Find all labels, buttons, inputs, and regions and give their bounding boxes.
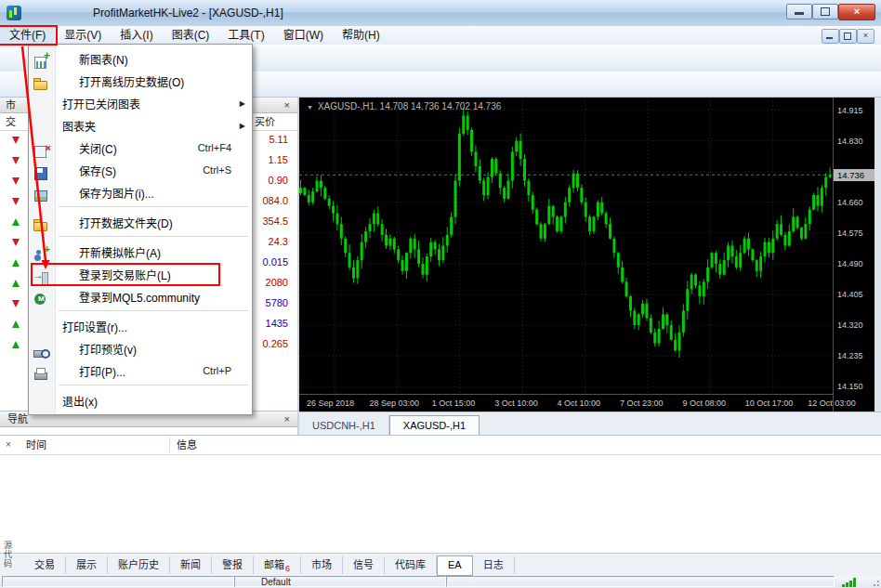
menu-item-label: 打印预览(v) [79,341,137,357]
folder-icon [33,77,50,92]
terminal-tab-代码库[interactable]: 代码库 [385,556,437,574]
price-tick-label: 14.320 [837,320,863,330]
menu-item-shortcut: Ctrl+P [203,365,231,376]
menu-item-help[interactable]: 帮助(H) [333,26,389,45]
menu-item-profiles[interactable]: 图表夹▶ [29,114,252,137]
print-preview-icon [33,345,50,359]
app-logo-icon [7,6,21,20]
chart-tab-usdcnh-h1[interactable]: USDCNH-,H1 [299,416,389,435]
chart-close-button[interactable]: × [857,29,874,44]
window-close-button[interactable]: × [838,4,875,20]
window-title: ProfitMarketHK-Live2 - [XAGUSD-,H1] [93,7,283,20]
submenu-arrow-icon: ▶ [240,122,245,130]
terminal-tab-市场[interactable]: 市场 [301,556,343,574]
current-price-tag: 14.736 [834,169,874,181]
ask-column-header: 买价 [255,113,275,130]
menu-item-window[interactable]: 窗口(W) [274,26,333,45]
terminal-close-icon[interactable]: × [6,436,11,454]
menu-item-new-chart[interactable]: 新图表(N) [29,47,252,70]
ask-price-value: 354.5 [262,216,288,227]
menu-item-login-trade-account[interactable]: 登录到交易账户(L) [29,263,252,285]
chart-tab-xagusd-h1[interactable]: XAGUSD-,H1 [389,415,480,436]
terminal-tab-邮箱[interactable]: 邮箱6 [254,556,301,574]
menu-item-print-setup[interactable]: 打印设置(r)... [29,315,252,337]
market-watch-close-icon[interactable]: × [284,98,290,112]
time-tick-label: 28 Sep 03:00 [369,399,419,408]
menu-item-label: 关闭(C) [79,140,117,156]
chart-ohlc-header: ▼XAGUSD-,H1. 14.708 14.736 14.702 14.736 [307,101,501,111]
terminal-edge-vertical-label: 源代码 [2,541,14,583]
resize-grip[interactable] [871,578,880,587]
terminal-tab-新闻[interactable]: 新闻 [170,556,212,574]
menu-item-save-picture[interactable]: 保存为图片(i)... [29,181,252,203]
menu-item-insert[interactable]: 插入(I) [111,26,162,45]
market-watch-title-text: 市 [6,99,16,111]
status-cell-profile: Default [234,576,446,587]
chart-window[interactable]: ▼XAGUSD-,H1. 14.708 14.736 14.702 14.736… [299,98,874,412]
time-tick-label: 1 Oct 15:00 [432,399,476,408]
menu-item-open-data-folder[interactable]: 打开数据文件夹(D) [29,211,252,233]
login-icon [33,270,50,285]
ask-price-value: 0.90 [269,175,288,186]
time-tick-label: 10 Oct 17:00 [745,399,794,408]
menu-item-tools[interactable]: 工具(T) [218,26,273,45]
candlestick-chart[interactable] [299,98,833,394]
menu-item-label: 打印(P)... [79,363,125,379]
arrow-down-icon [12,157,20,164]
terminal-tab-label: 账户历史 [118,559,159,570]
menu-item-charts[interactable]: 图表(C) [163,26,219,45]
menu-item-print-preview[interactable]: 打印预览(v) [29,337,252,359]
window-minimize-button[interactable] [786,4,812,20]
menu-item-close[interactable]: 关闭(C)Ctrl+F4 [29,137,252,159]
ask-price-value: 24.3 [269,236,288,247]
menu-item-open-deleted[interactable]: 打开已关闭图表▶ [29,92,252,114]
terminal-tab-ea[interactable]: EA [437,555,473,576]
terminal-tab-展示[interactable]: 展示 [66,556,108,574]
terminal-tab-label: 交易 [34,559,55,570]
status-cell-connection [2,576,234,587]
ask-price-value: 0.265 [262,338,288,349]
menu-separator [59,310,248,311]
time-tick-label: 4 Oct 10:00 [558,399,601,408]
ask-price-value: 0.015 [262,256,288,268]
window-maximize-button[interactable] [812,4,838,20]
menu-item-save[interactable]: 保存(S)Ctrl+S [29,159,252,181]
menu-item-label: 退出(x) [62,393,98,409]
menu-item-login-mql5[interactable]: 登录到MQL5.community [29,285,252,307]
time-column-header: 时间 [26,436,46,454]
mql5-icon [33,293,50,307]
arrow-up-icon [12,341,20,348]
menu-item-view[interactable]: 显示(V) [55,26,111,45]
price-tick-label: 14.235 [837,351,863,360]
menu-item-label: 保存(S) [79,163,116,178]
menu-item-open-offline[interactable]: 打开离线历史数据(O) [29,70,252,92]
terminal-tab-label: 市场 [311,559,332,570]
menu-item-print[interactable]: 打印(P)...Ctrl+P [29,359,252,382]
status-cell-info [446,576,835,587]
terminal-tab-交易[interactable]: 交易 [24,556,66,574]
menu-separator [59,206,248,207]
price-tick-label: 14.575 [837,229,863,238]
terminal-tab-label: 展示 [76,559,97,570]
terminal-tab-label: 邮箱 [264,559,284,570]
time-axis: 26 Sep 201828 Sep 03:001 Oct 15:003 Oct … [299,394,833,412]
column-divider[interactable] [169,438,170,452]
one-click-trading-arrow-icon[interactable]: ▼ [307,104,313,111]
time-tick-label: 9 Oct 08:00 [682,399,726,408]
unread-count-badge: 6 [285,564,290,573]
terminal-tab-警报[interactable]: 警报 [212,556,254,574]
terminal-tab-账户历史[interactable]: 账户历史 [108,556,170,574]
chart-restore-button[interactable] [839,29,857,44]
menu-item-open-account[interactable]: 开新模拟帐户(A) [29,241,252,263]
chart-header-text: XAGUSD-,H1. 14.708 14.736 14.702 14.736 [318,101,501,111]
chart-minimize-button[interactable] [822,29,839,44]
print-icon [33,367,50,382]
menu-item-exit[interactable]: 退出(x) [29,389,252,412]
folder-icon [33,218,50,233]
menu-item-file[interactable]: 文件(F) [0,26,55,45]
terminal-tab-信号[interactable]: 信号 [343,556,385,574]
mt4-application-window: ProfitMarketHK-Live2 - [XAGUSD-,H1] × 文件… [0,0,881,588]
terminal-tab-日志[interactable]: 日志 [473,556,515,574]
submenu-arrow-icon: ▶ [240,99,245,108]
navigator-close-icon[interactable]: × [284,412,290,426]
